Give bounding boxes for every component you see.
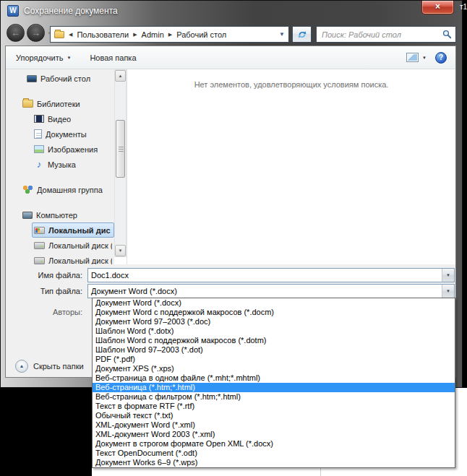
file-type-option[interactable]: Документ в строгом формате Open XML (*.d… [93,439,455,449]
file-type-option[interactable]: XML-документ Word (*.xml) [93,420,455,430]
address-bar[interactable]: ◀ Пользователи▶Admin▶Рабочий стол ▼ [50,26,289,43]
sidebar-item[interactable]: Изображения [32,142,114,157]
file-type-value[interactable]: Документ Word (*.docx) [88,285,442,298]
sidebar-item-label: Локальный диск ( [48,241,112,250]
folder-browser: Рабочий столБиблиотекиВидеоДокументыИзоб… [6,69,455,264]
file-type-option[interactable]: Текст в формате RTF (*.rtf) [93,402,455,411]
sidebar-item[interactable]: Видео [32,111,114,126]
background-window-divider [320,468,321,476]
breadcrumb-separator-icon[interactable]: ▶ [133,32,137,38]
file-name-label: Имя файла: [6,271,87,280]
nav-history-buttons: ← → ▼ [7,24,51,42]
hide-folders-button[interactable]: ▲ Скрыть папки [15,360,84,373]
file-type-option[interactable]: Шаблон Word с поддержкой макросов (*.dot… [93,336,455,345]
sidebar-item-label: Локальный диск ( [48,256,112,265]
empty-search-message: Нет элементов, удовлетворяющих условиям … [194,80,389,89]
change-view-button[interactable]: ▼ [406,53,427,62]
file-type-dropdown-button[interactable]: ▼ [442,285,454,298]
scroll-down-button[interactable]: ▼ [115,245,126,256]
breadcrumb: Пользователи▶Admin▶Рабочий стол [75,30,228,39]
file-type-option[interactable]: Веб-страница (*.htm;*.html) [93,383,455,392]
file-type-option[interactable]: PDF (*.pdf) [93,355,455,364]
file-type-label: Тип файла: [6,287,87,295]
sidebar-item[interactable]: Документы [32,126,114,142]
video-icon [34,115,44,123]
breadcrumb-segment[interactable]: Рабочий стол [175,30,228,39]
sidebar-item-label: Библиотеки [37,100,80,108]
refresh-icon [297,30,307,39]
file-type-option[interactable]: Обычный текст (*.txt) [93,411,455,420]
refresh-button[interactable] [292,26,312,43]
sidebar-item-label: Видео [48,115,71,124]
views-icon [406,53,419,62]
chevron-down-icon: ▼ [67,56,71,60]
computer-icon [22,212,33,219]
sidebar-item[interactable]: Локальный дис [32,222,114,238]
file-name-row: Имя файла: Doc1.docx ▼ [6,268,455,282]
window-title: Сохранение документа [24,6,118,16]
file-type-option[interactable]: Документ Word 97–2003 (*.doc) [93,317,455,326]
help-button[interactable]: ? [435,52,447,64]
sidebar-item[interactable]: Локальный диск ( [32,253,114,264]
sidebar-item[interactable]: Библиотеки [20,96,114,111]
file-name-dropdown-button[interactable]: ▼ [442,269,454,282]
file-type-option[interactable]: Документ Word с поддержкой макросов (*.d… [93,308,455,317]
file-type-option[interactable]: Шаблон Word (*.dotx) [93,326,455,336]
file-name-combobox[interactable]: Doc1.docx ▼ [87,268,455,282]
file-type-option[interactable]: Веб-страница с фильтром (*.htm;*.html) [93,392,455,402]
music-icon: ♪ [34,160,44,170]
drive-icon [34,257,45,264]
back-button[interactable]: ← [7,24,25,42]
organize-button[interactable]: Упорядочить ▼ [16,53,71,62]
drive-icon [34,242,45,249]
file-type-option[interactable]: Шаблон Word 97–2003 (*.dot) [93,345,455,355]
desktop-icon [27,75,37,82]
file-name-value[interactable]: Doc1.docx [88,269,442,282]
sidebar-item[interactable]: Компьютер [20,207,114,222]
folder-icon [54,31,64,38]
sidebar-scrollbar[interactable]: ▲ ▼ [114,69,127,257]
sidebar-item[interactable]: Локальный диск ( [32,238,114,253]
libraries-icon [22,100,33,108]
scrollbar-thumb[interactable] [116,120,125,178]
search-input[interactable] [320,30,442,40]
file-type-option[interactable]: XML-документ Word 2003 (*.xml) [93,430,455,439]
search-box[interactable] [316,26,456,43]
documents-icon [34,129,42,139]
sidebar-item-label: Документы [46,130,87,139]
address-dropdown-chevron-icon[interactable]: ▼ [279,31,285,38]
organize-label: Упорядочить [16,53,63,62]
file-type-option[interactable]: Веб-страница в одном файле (*.mht;*.mhtm… [93,373,455,383]
file-list-area: Нет элементов, удовлетворяющих условиям … [127,69,455,264]
sidebar-item[interactable]: Рабочий стол [25,71,114,86]
file-type-option[interactable]: Документ XPS (*.xps) [93,364,455,373]
file-type-option[interactable]: Текст OpenDocument (*.odt) [93,449,455,458]
breadcrumb-separator-icon[interactable]: ▶ [168,32,172,38]
new-folder-label: Новая папка [90,53,136,62]
word-app-icon: W [7,5,19,17]
sidebar-item-label: Изображения [48,145,98,154]
close-button[interactable]: × [421,1,454,14]
title-bar[interactable]: W Сохранение документа × [1,1,462,21]
new-folder-button[interactable]: Новая папка [90,53,136,62]
file-type-combobox[interactable]: Документ Word (*.docx) ▼ [87,284,455,298]
pictures-icon [34,145,44,153]
sidebar-item[interactable]: ♪Музыка [32,157,114,172]
chevron-down-icon: ▼ [422,56,427,60]
breadcrumb-segment[interactable]: Admin [140,30,166,39]
authors-label: Авторы: [6,308,87,316]
sidebar-item-label: Домашняя группа [37,186,103,194]
sidebar-item-label: Рабочий стол [40,74,90,83]
scroll-up-button[interactable]: ▲ [115,70,126,82]
navigation-pane: Рабочий столБиблиотекиВидеоДокументыИзоб… [6,69,114,264]
forward-button[interactable]: → [27,24,45,42]
breadcrumb-collapse-icon[interactable]: ◀ [69,32,72,38]
breadcrumb-segment[interactable]: Пользователи [75,30,130,39]
file-type-option[interactable]: Документ Word (*.docx) [93,298,455,308]
hide-folders-label: Скрыть папки [33,362,84,371]
file-type-row: Тип файла: Документ Word (*.docx) ▼ [6,284,455,298]
file-type-option[interactable]: Документ Works 6–9 (*.wps) [93,458,455,467]
sidebar-item-label: Компьютер [36,211,77,220]
sidebar-item[interactable]: Домашняя группа [20,182,114,197]
file-type-dropdown: Документ Word (*.docx)Документ Word с по… [92,298,455,468]
